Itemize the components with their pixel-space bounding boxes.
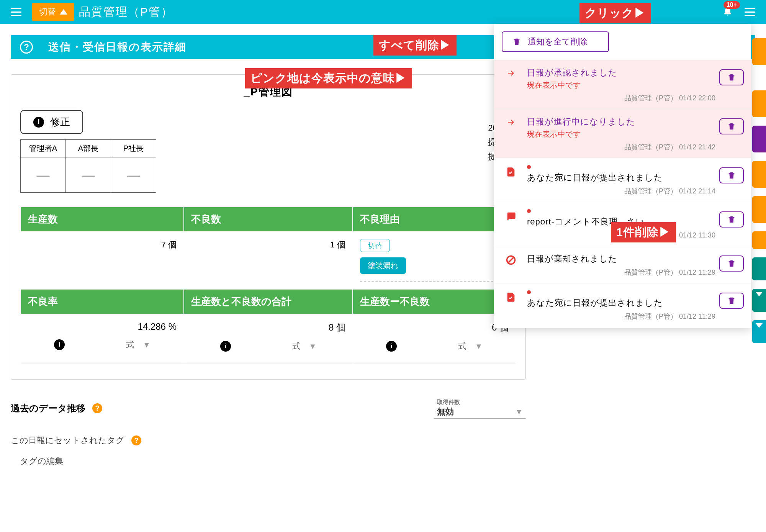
- trash-icon: [727, 296, 736, 305]
- info-icon: i: [33, 117, 44, 128]
- delete-notification-button[interactable]: [719, 293, 744, 309]
- notification-title: あなた宛に日報が提出されました: [527, 172, 715, 183]
- info-icon[interactable]: i: [386, 341, 397, 352]
- switch-chip[interactable]: 切替: [360, 239, 390, 252]
- menu-icon-right[interactable]: [745, 8, 755, 16]
- switch-button[interactable]: 切替: [32, 3, 74, 21]
- notification-meta: 品質管理（P管） 01/12 21:42: [527, 142, 715, 152]
- side-tab[interactable]: [752, 38, 766, 65]
- approver-table: 管理者A A部長 P社長 — — —: [20, 139, 156, 193]
- app-title: 品質管理（P管）: [79, 4, 173, 20]
- notification-meta: 品質管理（P管） 01/12 22:00: [527, 93, 715, 103]
- approver-header: 管理者A: [21, 140, 66, 157]
- history-title: 過去のデータ推移: [11, 402, 85, 414]
- fix-button[interactable]: i 修正: [20, 110, 83, 134]
- delete-notification-button[interactable]: [719, 69, 744, 85]
- callout-pink-meaning: ピンク地は今表示中の意味▶: [245, 68, 412, 88]
- trash-icon: [727, 259, 736, 268]
- side-tab[interactable]: [752, 90, 766, 117]
- production-value: 7 個: [21, 231, 183, 290]
- notification-bell[interactable]: 10+: [722, 6, 733, 18]
- callout-delete-one: 1件削除▶: [611, 222, 676, 242]
- unread-dot-icon: [527, 165, 531, 169]
- side-tab[interactable]: [752, 289, 766, 312]
- info-icon[interactable]: i: [220, 341, 231, 352]
- notification-title: 日報が進行中になりました: [527, 116, 715, 128]
- notification-type-icon: [502, 292, 519, 303]
- fetch-count-select[interactable]: 取得件数 無効▼: [434, 398, 526, 419]
- col-rate: 不良率: [21, 290, 183, 314]
- approver-status: —: [66, 157, 111, 193]
- side-tab[interactable]: [752, 257, 766, 280]
- notification-item[interactable]: 日報が進行中になりました現在表示中です品質管理（P管） 01/12 21:42: [494, 109, 751, 158]
- notification-item[interactable]: 日報が承認されました現在表示中です品質管理（P管） 01/12 22:00: [494, 60, 751, 109]
- notification-type-icon: [502, 118, 519, 127]
- notification-item[interactable]: 日報が棄却されました品質管理（P管） 01/12 11:29: [494, 246, 751, 283]
- formula-toggle[interactable]: 式▼: [126, 339, 151, 350]
- notification-title: 日報が承認されました: [527, 67, 715, 79]
- side-tab[interactable]: [752, 320, 766, 343]
- help-icon[interactable]: ?: [20, 41, 33, 54]
- notification-title: 日報が棄却されました: [527, 253, 715, 265]
- notification-type-icon: [502, 69, 519, 78]
- select-label: 取得件数: [437, 399, 523, 406]
- approver-header: P社長: [111, 140, 156, 157]
- up-triangle-icon: [60, 9, 67, 15]
- history-section-header: 過去のデータ推移 ? 取得件数 無効▼: [11, 398, 526, 419]
- tag-edit-link[interactable]: タグの編集: [20, 455, 526, 467]
- notification-meta: 品質管理（P管） 01/12 21:14: [527, 187, 715, 196]
- notification-item[interactable]: あなた宛に日報が提出されました品質管理（P管） 01/12 11:29: [494, 283, 751, 327]
- notification-badge: 10+: [723, 1, 740, 9]
- unread-dot-icon: [527, 290, 531, 294]
- sum-value: 8 個: [191, 321, 345, 334]
- notification-type-icon: [502, 211, 519, 221]
- diff-value: 6 個: [360, 321, 509, 334]
- approver-status: —: [111, 157, 156, 193]
- col-defect: 不良数: [184, 207, 352, 231]
- trash-icon: [727, 122, 736, 131]
- trash-icon: [727, 215, 736, 224]
- notification-subtitle: 現在表示中です: [527, 80, 715, 90]
- chevron-down-icon: ▼: [515, 408, 523, 416]
- callout-click: クリック▶: [579, 3, 651, 23]
- delete-notification-button[interactable]: [719, 255, 744, 272]
- notification-item[interactable]: あなた宛に日報が提出されました品質管理（P管） 01/12 21:14: [494, 158, 751, 202]
- rate-value: 14.286 %: [28, 321, 177, 332]
- approver-header: A部長: [66, 140, 111, 157]
- switch-label: 切替: [39, 6, 56, 18]
- delete-all-label: 通知を全て削除: [528, 36, 588, 47]
- tag-section-header: この日報にセットされたタグ ?: [11, 435, 526, 446]
- notification-meta: 品質管理（P管） 01/12 11:29: [527, 268, 715, 277]
- side-tab[interactable]: [752, 231, 766, 249]
- delete-notification-button[interactable]: [719, 211, 744, 228]
- trash-icon: [512, 38, 521, 46]
- delete-notification-button[interactable]: [719, 118, 744, 134]
- notification-type-icon: [502, 167, 519, 177]
- formula-toggle[interactable]: 式▼: [458, 340, 483, 352]
- trash-icon: [727, 171, 736, 180]
- notification-title: あなた宛に日報が提出されました: [527, 297, 715, 309]
- approver-status: —: [21, 157, 66, 193]
- help-icon[interactable]: ?: [92, 403, 102, 413]
- defect-value: 1 個: [184, 231, 352, 290]
- reason-chip[interactable]: 塗装漏れ: [360, 257, 406, 274]
- formula-toggle[interactable]: 式▼: [292, 340, 317, 352]
- side-tab[interactable]: [752, 196, 766, 223]
- help-icon[interactable]: ?: [131, 435, 141, 445]
- svg-line-1: [508, 257, 514, 263]
- notification-meta: 品質管理（P管） 01/12 11:29: [527, 312, 715, 321]
- side-tab[interactable]: [752, 161, 766, 188]
- fix-button-label: 修正: [50, 115, 70, 129]
- reason-cell: 切替 塗装漏れ: [353, 231, 516, 290]
- notification-type-icon: [502, 255, 519, 265]
- production-table: 生産数 不良数 不良理由 7 個 1 個 切替 塗装漏れ: [20, 207, 516, 364]
- notification-panel: 通知を全て削除 日報が承認されました現在表示中です品質管理（P管） 01/12 …: [494, 24, 751, 328]
- menu-icon[interactable]: [11, 8, 21, 16]
- info-icon[interactable]: i: [54, 339, 65, 350]
- app-header: 切替 品質管理（P管） 10+: [0, 0, 766, 24]
- side-action-tabs: [752, 38, 766, 343]
- callout-delete-all: すべて削除▶: [373, 35, 457, 56]
- delete-notification-button[interactable]: [719, 167, 744, 183]
- delete-all-notifications-button[interactable]: 通知を全て削除: [502, 31, 609, 52]
- side-tab[interactable]: [752, 126, 766, 152]
